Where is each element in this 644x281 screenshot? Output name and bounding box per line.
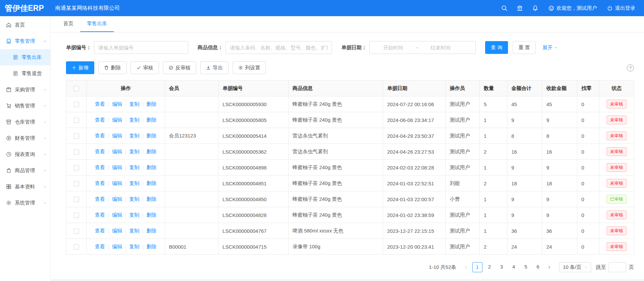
sidebar-item-report[interactable]: 报表查询 (0, 146, 50, 162)
row-action-edit[interactable]: 编辑 (112, 149, 122, 154)
bank-icon[interactable] (517, 5, 523, 11)
row-action-delete[interactable]: 删除 (146, 228, 157, 233)
row-action-edit[interactable]: 编辑 (112, 180, 122, 186)
row-action-copy[interactable]: 复制 (129, 101, 139, 107)
delete-button[interactable]: 删除 (98, 61, 127, 74)
column-settings-button[interactable]: 列设置 (233, 61, 266, 74)
tab-home[interactable]: 首页 (57, 16, 80, 32)
cell-bill-no: LSCK00000004898 (218, 160, 289, 176)
add-button[interactable]: 新增 (66, 61, 94, 74)
row-checkbox[interactable] (74, 213, 79, 218)
row-checkbox[interactable] (74, 197, 79, 202)
cell-product: 蜂蜜柚子茶 240g 黄色 (289, 191, 383, 207)
date-end-input[interactable] (420, 45, 462, 51)
row-action-view[interactable]: 查看 (95, 212, 105, 218)
status-badge: 未审核 (607, 242, 626, 251)
row-action-view[interactable]: 查看 (95, 133, 105, 138)
page-button-5[interactable]: 5 (521, 262, 531, 272)
row-action-delete[interactable]: 删除 (146, 164, 157, 170)
row-checkbox[interactable] (74, 102, 79, 107)
row-action-delete[interactable]: 删除 (146, 149, 157, 154)
page-button-6[interactable]: 6 (533, 262, 543, 272)
row-action-view[interactable]: 查看 (95, 101, 105, 107)
select-all-checkbox[interactable] (74, 86, 79, 91)
row-checkbox[interactable] (74, 133, 79, 139)
sidebar-item-retail-return[interactable]: 零售退货 (0, 65, 50, 82)
sidebar-item-basic[interactable]: 基本资料 (0, 179, 50, 195)
row-action-delete[interactable]: 删除 (146, 180, 157, 186)
sidebar-item-purchase[interactable]: 采购管理 (0, 82, 50, 98)
row-checkbox[interactable] (74, 181, 79, 186)
row-checkbox[interactable] (74, 149, 79, 155)
row-action-view[interactable]: 查看 (95, 244, 105, 249)
row-action-copy[interactable]: 复制 (129, 133, 139, 138)
row-action-delete[interactable]: 删除 (146, 244, 157, 249)
sidebar-item-retail[interactable]: 零售管理 (0, 33, 50, 49)
row-action-delete[interactable]: 删除 (146, 101, 157, 107)
logout-button[interactable]: 退出登录 (607, 5, 635, 11)
audit-button[interactable]: 审核 (131, 61, 159, 74)
page-button-1[interactable]: 1 (472, 262, 482, 272)
row-action-view[interactable]: 查看 (95, 196, 105, 202)
row-checkbox[interactable] (74, 244, 79, 250)
sidebar-item-warehouse[interactable]: 仓库管理 (0, 114, 50, 130)
row-action-delete[interactable]: 删除 (146, 117, 157, 123)
jump-page-input[interactable] (609, 262, 626, 272)
sidebar-item-sales[interactable]: 销售管理 (0, 98, 50, 114)
tab-retail-outbound[interactable]: 零售出库 (80, 16, 114, 32)
row-action-view[interactable]: 查看 (95, 228, 105, 233)
next-page-button[interactable] (544, 262, 554, 272)
row-action-edit[interactable]: 编辑 (112, 196, 122, 202)
row-action-copy[interactable]: 复制 (129, 196, 139, 202)
row-action-delete[interactable]: 删除 (146, 212, 157, 218)
page-size-select[interactable]: 10 条/页 (559, 262, 591, 272)
page-button-4[interactable]: 4 (509, 262, 519, 272)
row-action-view[interactable]: 查看 (95, 180, 105, 186)
row-action-copy[interactable]: 复制 (129, 212, 139, 218)
unaudit-button[interactable]: 反审核 (163, 61, 196, 74)
row-action-copy[interactable]: 复制 (129, 164, 139, 170)
export-button[interactable]: 导出 (200, 61, 229, 74)
row-action-edit[interactable]: 编辑 (112, 101, 122, 107)
bill-no-input[interactable] (94, 41, 188, 54)
welcome-user[interactable]: 欢迎您，测试用户 (548, 5, 597, 11)
prev-page-button[interactable] (461, 262, 471, 272)
sidebar-item-system[interactable]: 系统管理 (0, 195, 50, 211)
row-checkbox[interactable] (74, 165, 79, 170)
row-action-edit[interactable]: 编辑 (112, 164, 122, 170)
cell-operator: 测试用户 (446, 239, 480, 255)
expand-link[interactable]: 展开 (542, 44, 558, 51)
page-button-3[interactable]: 3 (497, 262, 507, 272)
row-action-delete[interactable]: 删除 (146, 196, 157, 202)
row-action-copy[interactable]: 复制 (129, 180, 139, 186)
row-action-view[interactable]: 查看 (95, 117, 105, 123)
sidebar-item-label: 零售退货 (22, 70, 42, 77)
sidebar-item-retail-outbound[interactable]: 零售出库 (0, 49, 50, 65)
page-button-2[interactable]: 2 (484, 262, 495, 272)
row-action-copy[interactable]: 复制 (129, 149, 139, 154)
row-action-delete[interactable]: 删除 (146, 133, 157, 138)
row-action-copy[interactable]: 复制 (129, 117, 139, 123)
row-checkbox[interactable] (74, 228, 79, 234)
row-action-edit[interactable]: 编辑 (112, 228, 122, 233)
row-action-view[interactable]: 查看 (95, 164, 105, 170)
row-action-view[interactable]: 查看 (95, 149, 105, 154)
row-action-copy[interactable]: 复制 (129, 244, 139, 249)
sidebar-item-goods[interactable]: 商品管理 (0, 162, 50, 179)
product-input[interactable] (226, 41, 332, 54)
row-action-edit[interactable]: 编辑 (112, 117, 122, 123)
row-action-copy[interactable]: 复制 (129, 228, 139, 233)
search-icon[interactable] (501, 5, 507, 11)
help-icon[interactable]: ? (627, 64, 634, 71)
sidebar-item-home[interactable]: 首页 (0, 17, 50, 33)
row-action-edit[interactable]: 编辑 (112, 212, 122, 218)
row-checkbox[interactable] (74, 118, 79, 123)
search-button[interactable]: 查 询 (485, 41, 508, 54)
row-action-edit[interactable]: 编辑 (112, 133, 122, 138)
row-action-edit[interactable]: 编辑 (112, 244, 122, 249)
reset-button[interactable]: 重 置 (513, 41, 536, 54)
date-start-input[interactable] (372, 45, 414, 51)
bell-icon[interactable] (532, 5, 538, 11)
date-range-picker[interactable]: ~ (369, 41, 476, 54)
sidebar-item-finance[interactable]: 财务管理 (0, 130, 50, 146)
